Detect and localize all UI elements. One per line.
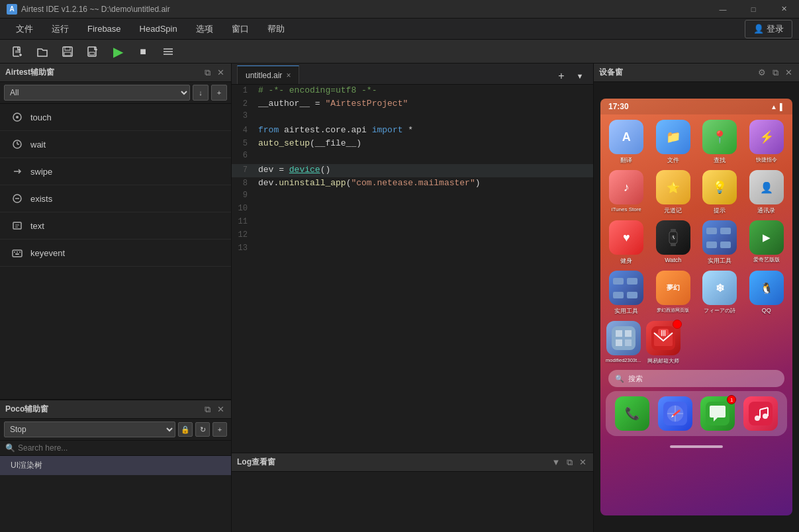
exists-icon [11,192,24,205]
device-close-button[interactable]: ✕ [783,67,794,78]
poco-add-button[interactable]: + [212,422,227,437]
menu-icon-button[interactable] [160,44,176,60]
menu-firebase[interactable]: Firebase [78,21,130,36]
poco-search-input[interactable] [18,443,226,453]
app-find[interactable]: 📍 查找 [699,120,741,165]
phone-screen[interactable]: 17:30 ▲ ▌ A 翻译 📁 文件 [600,99,792,515]
dock-message[interactable]: 1 [700,396,735,431]
airtest-item-swipe[interactable]: swipe [0,158,231,185]
poco-mode-select[interactable]: Stop [4,421,175,437]
tools-icon [702,220,737,255]
svg-rect-37 [625,330,632,337]
itunes-icon: ♪ [609,170,643,204]
app-files[interactable]: 📁 文件 [653,120,694,165]
app-translate[interactable]: A 翻译 [606,120,647,165]
airtest-undock-button[interactable]: ⧉ [202,67,212,78]
menu-headspin[interactable]: HeadSpin [130,21,187,36]
app-aiqiyi[interactable]: ▶ 爱奇艺版版 [746,220,788,265]
run-button[interactable]: ▶ [110,44,126,60]
airtest-add-button[interactable]: + [211,85,227,101]
menu-run[interactable]: 运行 [42,21,78,38]
device-undock-button[interactable]: ⧉ [770,67,780,78]
menu-options[interactable]: 选项 [187,21,222,38]
app-modified[interactable]: modified2303t... [606,321,641,365]
tab-label: untitled.air [246,71,282,80]
login-button[interactable]: 👤 登录 [745,20,792,38]
modified-icon [606,321,641,355]
stop-button[interactable]: ■ [135,44,151,60]
minimize-button[interactable]: — [708,0,738,19]
app-body[interactable]: ♥ 健身 [606,220,647,265]
save-button[interactable] [60,44,75,60]
log-filter-button[interactable]: ▼ [551,457,561,468]
airtest-item-exists[interactable]: exists [0,185,231,212]
log-panel-controls: ▼ ⧉ ✕ [551,457,588,468]
airtest-close-button[interactable]: ✕ [215,67,226,78]
svg-rect-8 [64,52,71,56]
menu-file[interactable]: 文件 [7,21,42,38]
poco-close-button[interactable]: ✕ [215,404,226,415]
app-shortcut[interactable]: ⚡ 快捷指令 [746,120,788,165]
toolbar: ▶ ■ [0,40,799,64]
home-indicator[interactable] [600,439,792,455]
close-button[interactable]: ✕ [769,0,799,19]
files-icon: 📁 [656,120,690,154]
maximize-button[interactable]: □ [738,0,769,19]
airtest-item-keyevent[interactable]: keyevent [0,240,231,267]
watch-label: Watch [665,257,681,263]
log-panel-header: Log查看窗 ▼ ⧉ ✕ [232,453,593,472]
tab-dropdown-button[interactable]: ▼ [572,68,588,84]
app-itunes[interactable]: ♪ iTunes Store [606,170,647,215]
tab-untitled[interactable]: untitled.air × [237,66,299,84]
poco-refresh-button[interactable]: ↻ [195,422,210,437]
airtest-download-button[interactable]: ↓ [193,85,209,101]
svg-rect-30 [671,229,676,232]
app-contacts[interactable]: 👤 通讯录 [746,170,788,215]
memo-label: 元道记 [664,206,682,215]
menu-help[interactable]: 帮助 [258,21,294,38]
log-close-button[interactable]: ✕ [577,457,588,468]
app-tips[interactable]: 💡 提示 [699,170,741,215]
code-line-11: 11 [232,217,593,230]
new-tab-button[interactable]: + [553,68,569,84]
app-qq[interactable]: 🐧 QQ [746,271,788,316]
app-snow[interactable]: ❄ フィーアの詩 [699,271,741,316]
translate-label: 翻译 [620,156,632,165]
app-tools[interactable]: 实用工具 [699,220,741,265]
qq-label: QQ [762,307,771,314]
airtest-item-wait[interactable]: wait [0,131,231,158]
phone-search-label: 搜索 [628,374,643,384]
poco-lock-button[interactable]: 🔒 [178,422,193,437]
code-editor[interactable]: 1 # -*- encoding=utf8 -*- 2 __author__ =… [232,85,593,453]
app-game[interactable]: 夢幻 梦幻西游网页版 [653,271,694,316]
code-line-7: 7 dev = device() [232,164,593,177]
dock-safari[interactable] [658,396,692,431]
tips-label: 提示 [714,206,726,215]
menu-window[interactable]: 窗口 [222,21,258,38]
dock-music[interactable] [743,396,778,431]
tab-close-button[interactable]: × [286,71,291,80]
poco-panel-title: Poco辅助窗 [5,404,48,415]
airtest-item-touch[interactable]: touch [0,104,231,131]
app-watch[interactable]: Watch [653,220,694,265]
airtest-item-text[interactable]: text [0,212,231,240]
open-button[interactable] [34,44,50,60]
device-settings-button[interactable]: ⚙ [757,67,767,78]
app-utils2[interactable]: 实用工具 [606,271,647,316]
poco-tree-item[interactable]: UI渲染树 [0,456,231,475]
tab-bar: untitled.air × + ▼ [232,64,593,85]
app-mail[interactable]: ||| 网易邮箱大师 [646,321,681,365]
poco-undock-button[interactable]: ⧉ [202,404,212,415]
phone-search-bar[interactable]: 🔍 搜索 [608,370,784,387]
log-undock-button[interactable]: ⧉ [564,457,575,468]
airtest-filter-row: All ↓ + [0,82,231,104]
saveas-button[interactable] [85,44,101,60]
editor-panel: untitled.air × + ▼ 1 # -*- encoding=utf8… [232,64,594,532]
new-file-button[interactable] [9,44,25,60]
airtest-panel: Airtest辅助窗 ⧉ ✕ All ↓ + touch [0,64,232,532]
app-memo[interactable]: ⭐ 元道记 [653,170,694,215]
airtest-panel-controls: ⧉ ✕ [202,67,226,78]
phone-status-bar: 17:30 ▲ ▌ [600,99,792,114]
dock-phone[interactable]: 📞 [615,396,649,431]
airtest-filter-select[interactable]: All [4,85,190,101]
